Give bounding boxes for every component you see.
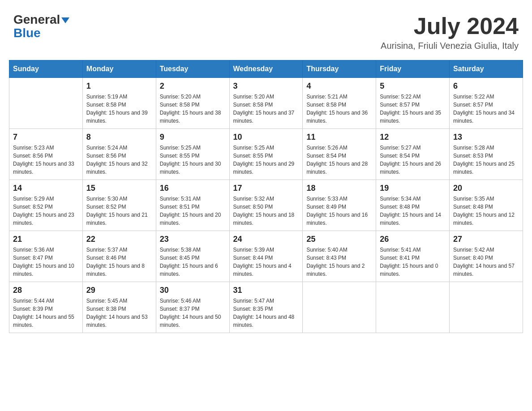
weekday-header: Thursday [303, 60, 376, 78]
day-info: Sunrise: 5:38 AMSunset: 8:45 PMDaylight:… [160, 246, 226, 278]
day-info: Sunrise: 5:24 AMSunset: 8:56 PMDaylight:… [86, 144, 152, 176]
calendar-header-row: SundayMondayTuesdayWednesdayThursdayFrid… [9, 60, 523, 78]
logo-line2: Blue [13, 26, 41, 40]
calendar-cell: 11Sunrise: 5:26 AMSunset: 8:54 PMDayligh… [303, 129, 376, 180]
day-number: 9 [160, 133, 226, 142]
day-info: Sunrise: 5:37 AMSunset: 8:46 PMDaylight:… [86, 246, 152, 278]
day-info: Sunrise: 5:44 AMSunset: 8:39 PMDaylight:… [13, 297, 79, 329]
calendar-cell: 8Sunrise: 5:24 AMSunset: 8:56 PMDaylight… [82, 129, 156, 180]
day-number: 12 [380, 133, 446, 142]
day-number: 23 [160, 235, 226, 244]
calendar-cell: 14Sunrise: 5:29 AMSunset: 8:52 PMDayligh… [9, 180, 83, 231]
calendar-cell: 17Sunrise: 5:32 AMSunset: 8:50 PMDayligh… [229, 180, 303, 231]
day-number: 27 [453, 235, 519, 244]
day-number: 10 [233, 133, 299, 142]
calendar-cell [450, 282, 523, 333]
calendar-cell: 4Sunrise: 5:21 AMSunset: 8:58 PMDaylight… [303, 78, 376, 129]
calendar-week-row: 14Sunrise: 5:29 AMSunset: 8:52 PMDayligh… [9, 180, 523, 231]
day-info: Sunrise: 5:34 AMSunset: 8:48 PMDaylight:… [380, 195, 446, 227]
calendar-cell: 30Sunrise: 5:46 AMSunset: 8:37 PMDayligh… [156, 282, 229, 333]
calendar-cell [9, 78, 83, 129]
calendar-cell: 9Sunrise: 5:25 AMSunset: 8:55 PMDaylight… [156, 129, 229, 180]
day-info: Sunrise: 5:32 AMSunset: 8:50 PMDaylight:… [233, 195, 299, 227]
day-number: 30 [160, 286, 226, 295]
day-number: 4 [306, 81, 372, 91]
weekday-header: Sunday [9, 60, 83, 78]
day-info: Sunrise: 5:29 AMSunset: 8:52 PMDaylight:… [13, 195, 79, 227]
day-info: Sunrise: 5:25 AMSunset: 8:55 PMDaylight:… [233, 144, 299, 176]
calendar-cell: 19Sunrise: 5:34 AMSunset: 8:48 PMDayligh… [376, 180, 450, 231]
day-number: 2 [160, 81, 226, 91]
calendar-week-row: 1Sunrise: 5:19 AMSunset: 8:58 PMDaylight… [9, 78, 523, 129]
calendar-cell: 12Sunrise: 5:27 AMSunset: 8:54 PMDayligh… [376, 129, 450, 180]
day-number: 20 [453, 184, 519, 193]
calendar-cell: 15Sunrise: 5:30 AMSunset: 8:52 PMDayligh… [82, 180, 156, 231]
day-info: Sunrise: 5:28 AMSunset: 8:53 PMDaylight:… [453, 144, 519, 176]
title-block: July 2024 Aurisina, Friuli Venezia Giuli… [381, 13, 519, 51]
day-info: Sunrise: 5:47 AMSunset: 8:35 PMDaylight:… [233, 297, 299, 329]
day-info: Sunrise: 5:27 AMSunset: 8:54 PMDaylight:… [380, 144, 446, 176]
day-number: 28 [13, 286, 79, 295]
day-info: Sunrise: 5:22 AMSunset: 8:57 PMDaylight:… [453, 93, 519, 125]
day-info: Sunrise: 5:30 AMSunset: 8:52 PMDaylight:… [86, 195, 152, 227]
day-info: Sunrise: 5:35 AMSunset: 8:48 PMDaylight:… [453, 195, 519, 227]
day-info: Sunrise: 5:26 AMSunset: 8:54 PMDaylight:… [306, 144, 372, 176]
calendar-cell: 13Sunrise: 5:28 AMSunset: 8:53 PMDayligh… [450, 129, 523, 180]
day-number: 29 [86, 286, 152, 295]
day-info: Sunrise: 5:42 AMSunset: 8:40 PMDaylight:… [453, 246, 519, 278]
day-number: 25 [306, 235, 372, 244]
calendar-cell: 18Sunrise: 5:33 AMSunset: 8:49 PMDayligh… [303, 180, 376, 231]
weekday-header: Monday [82, 60, 156, 78]
day-number: 13 [453, 133, 519, 142]
calendar-cell: 2Sunrise: 5:20 AMSunset: 8:58 PMDaylight… [156, 78, 229, 129]
day-number: 26 [380, 235, 446, 244]
calendar-cell: 16Sunrise: 5:31 AMSunset: 8:51 PMDayligh… [156, 180, 229, 231]
day-info: Sunrise: 5:36 AMSunset: 8:47 PMDaylight:… [13, 246, 79, 278]
calendar-week-row: 28Sunrise: 5:44 AMSunset: 8:39 PMDayligh… [9, 282, 523, 333]
day-number: 3 [233, 81, 299, 91]
day-number: 18 [306, 184, 372, 193]
calendar-cell: 22Sunrise: 5:37 AMSunset: 8:46 PMDayligh… [82, 231, 156, 282]
calendar-cell: 29Sunrise: 5:45 AMSunset: 8:38 PMDayligh… [82, 282, 156, 333]
day-number: 19 [380, 184, 446, 193]
month-year: July 2024 [381, 13, 519, 39]
day-info: Sunrise: 5:25 AMSunset: 8:55 PMDaylight:… [160, 144, 226, 176]
calendar-cell: 28Sunrise: 5:44 AMSunset: 8:39 PMDayligh… [9, 282, 83, 333]
day-number: 5 [380, 81, 446, 91]
calendar-cell: 21Sunrise: 5:36 AMSunset: 8:47 PMDayligh… [9, 231, 83, 282]
day-number: 24 [233, 235, 299, 244]
calendar-cell: 6Sunrise: 5:22 AMSunset: 8:57 PMDaylight… [450, 78, 523, 129]
day-number: 11 [306, 133, 372, 142]
calendar-cell: 10Sunrise: 5:25 AMSunset: 8:55 PMDayligh… [229, 129, 303, 180]
calendar-cell: 1Sunrise: 5:19 AMSunset: 8:58 PMDaylight… [82, 78, 156, 129]
calendar-cell: 25Sunrise: 5:40 AMSunset: 8:43 PMDayligh… [303, 231, 376, 282]
day-number: 6 [453, 81, 519, 91]
calendar-cell: 3Sunrise: 5:20 AMSunset: 8:58 PMDaylight… [229, 78, 303, 129]
calendar-cell: 7Sunrise: 5:23 AMSunset: 8:56 PMDaylight… [9, 129, 83, 180]
calendar-cell: 26Sunrise: 5:41 AMSunset: 8:41 PMDayligh… [376, 231, 450, 282]
logo-line1: General [13, 13, 69, 26]
day-number: 31 [233, 286, 299, 295]
day-info: Sunrise: 5:22 AMSunset: 8:57 PMDaylight:… [380, 93, 446, 125]
day-info: Sunrise: 5:31 AMSunset: 8:51 PMDaylight:… [160, 195, 226, 227]
calendar-cell [303, 282, 376, 333]
calendar-cell: 24Sunrise: 5:39 AMSunset: 8:44 PMDayligh… [229, 231, 303, 282]
calendar-cell: 23Sunrise: 5:38 AMSunset: 8:45 PMDayligh… [156, 231, 229, 282]
day-number: 22 [86, 235, 152, 244]
day-number: 16 [160, 184, 226, 193]
day-number: 1 [86, 81, 152, 91]
day-info: Sunrise: 5:19 AMSunset: 8:58 PMDaylight:… [86, 93, 152, 125]
weekday-header: Saturday [450, 60, 523, 78]
weekday-header: Friday [376, 60, 450, 78]
day-info: Sunrise: 5:23 AMSunset: 8:56 PMDaylight:… [13, 144, 79, 176]
day-info: Sunrise: 5:33 AMSunset: 8:49 PMDaylight:… [306, 195, 372, 227]
calendar-cell: 5Sunrise: 5:22 AMSunset: 8:57 PMDaylight… [376, 78, 450, 129]
weekday-header: Wednesday [229, 60, 303, 78]
day-info: Sunrise: 5:21 AMSunset: 8:58 PMDaylight:… [306, 93, 372, 125]
weekday-header: Tuesday [156, 60, 229, 78]
logo: General Blue [13, 13, 69, 40]
day-info: Sunrise: 5:39 AMSunset: 8:44 PMDaylight:… [233, 246, 299, 278]
calendar-cell: 27Sunrise: 5:42 AMSunset: 8:40 PMDayligh… [450, 231, 523, 282]
page-header: General Blue July 2024 Aurisina, Friuli … [9, 9, 523, 51]
calendar-week-row: 7Sunrise: 5:23 AMSunset: 8:56 PMDaylight… [9, 129, 523, 180]
